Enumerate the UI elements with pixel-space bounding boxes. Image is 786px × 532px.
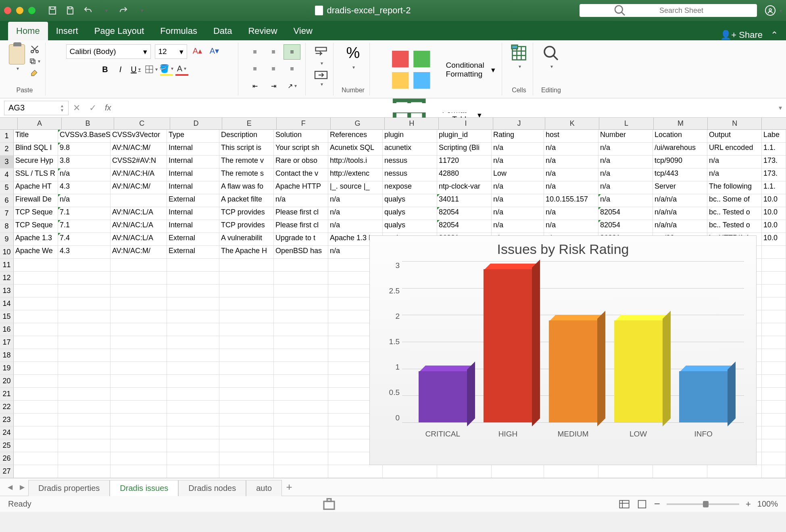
number-format-button[interactable]: % — [346, 44, 360, 71]
cell[interactable] — [110, 272, 167, 285]
cell[interactable] — [274, 452, 328, 465]
cell[interactable]: n/a — [58, 168, 110, 181]
cell[interactable] — [167, 388, 219, 401]
cell[interactable]: 10.0 — [762, 220, 786, 233]
cell[interactable] — [14, 414, 58, 426]
cell[interactable]: n/a — [598, 156, 653, 168]
cell[interactable]: n/a — [544, 168, 598, 181]
cell[interactable]: n/a/n/a — [653, 220, 707, 233]
cell[interactable]: Blind SQL I — [14, 143, 58, 156]
cell[interactable] — [110, 439, 167, 452]
cell[interactable]: n/a — [328, 220, 383, 233]
save-icon[interactable] — [48, 6, 57, 15]
cell[interactable]: Rare or obso — [274, 156, 328, 168]
cell[interactable]: n/a — [544, 143, 598, 156]
cell[interactable]: n/a — [544, 156, 598, 168]
cell[interactable] — [762, 362, 786, 375]
undo-dropdown[interactable] — [101, 6, 110, 15]
cancel-formula-button[interactable]: ✕ — [69, 103, 85, 113]
row-header-10[interactable]: 10 — [0, 246, 14, 259]
cell[interactable]: /ui/warehous — [653, 143, 707, 156]
row-header-21[interactable]: 21 — [0, 388, 14, 401]
cell[interactable]: Upgrade to t — [274, 233, 328, 246]
cell[interactable]: 9.8 — [58, 143, 110, 156]
cell[interactable]: 82054 — [437, 207, 492, 220]
cell[interactable]: Labe — [762, 130, 786, 143]
cell[interactable] — [274, 414, 328, 426]
cell[interactable]: TCP provides — [219, 207, 274, 220]
cell[interactable]: qualys — [383, 194, 437, 207]
cell[interactable]: n/a — [58, 194, 110, 207]
cell[interactable] — [14, 426, 58, 439]
format-painter-button[interactable] — [29, 69, 40, 78]
col-header-C[interactable]: C — [114, 118, 170, 129]
cell[interactable] — [219, 323, 274, 336]
align-left-button[interactable]: ≡ — [246, 61, 263, 77]
cell[interactable]: AV:N/AC:H/A — [110, 168, 167, 181]
cell[interactable] — [219, 414, 274, 426]
tab-home[interactable]: Home — [8, 22, 48, 40]
cell[interactable]: n/a — [707, 156, 762, 168]
conditional-formatting-button[interactable]: Conditional Formatting▾ — [378, 44, 497, 95]
maximize-window[interactable] — [28, 7, 35, 14]
cell[interactable] — [167, 362, 219, 375]
row-header-12[interactable]: 12 — [0, 272, 14, 285]
zoom-level[interactable]: 100% — [757, 499, 778, 509]
minimize-window[interactable] — [16, 7, 23, 14]
font-color-button[interactable]: A — [175, 63, 188, 76]
cell[interactable] — [14, 272, 58, 285]
cell[interactable]: nessus — [383, 168, 437, 181]
cell[interactable]: n/a — [328, 194, 383, 207]
cell[interactable]: 10.0 — [762, 233, 786, 246]
cell[interactable]: A flaw was fo — [219, 181, 274, 194]
merge-button[interactable] — [314, 70, 328, 87]
col-header-I[interactable]: I — [439, 118, 493, 129]
cell[interactable]: n/a — [492, 194, 544, 207]
search-sheet-box[interactable] — [580, 4, 757, 17]
cell[interactable]: n/a — [707, 168, 762, 181]
cell[interactable] — [492, 465, 544, 478]
cell[interactable] — [14, 259, 58, 272]
page-layout-view-button[interactable] — [636, 499, 648, 509]
cell[interactable]: 10.0 — [762, 194, 786, 207]
cell[interactable] — [167, 285, 219, 297]
copy-button[interactable] — [29, 56, 40, 66]
sheet-nav-prev[interactable]: ◀ — [4, 481, 16, 493]
expand-formula-bar[interactable]: ▾ — [779, 104, 782, 112]
cell[interactable]: 3.8 — [58, 156, 110, 168]
orientation-button[interactable]: ↗ — [284, 78, 300, 94]
cell[interactable] — [167, 375, 219, 388]
align-top-button[interactable]: ≡ — [246, 44, 263, 60]
cell[interactable] — [762, 388, 786, 401]
formula-input[interactable] — [115, 103, 779, 112]
cell[interactable] — [58, 401, 110, 414]
cell[interactable] — [219, 310, 274, 323]
font-name-select[interactable]: Calibri (Body)▾ — [66, 44, 151, 59]
cell[interactable] — [219, 439, 274, 452]
cell[interactable]: Apache We — [14, 246, 58, 259]
cell[interactable] — [110, 388, 167, 401]
cell[interactable]: n/a — [492, 156, 544, 168]
search-input[interactable] — [659, 6, 753, 15]
cell[interactable] — [14, 375, 58, 388]
cell[interactable] — [110, 362, 167, 375]
cell[interactable] — [58, 362, 110, 375]
cell[interactable] — [762, 414, 786, 426]
cell[interactable] — [274, 272, 328, 285]
cell[interactable] — [762, 401, 786, 414]
cell[interactable] — [762, 259, 786, 272]
row-header-2[interactable]: 2 — [0, 143, 14, 156]
cell[interactable]: plugin_id — [437, 130, 492, 143]
share-button[interactable]: 👤+ Share — [720, 30, 763, 40]
cell[interactable] — [219, 465, 274, 478]
cell[interactable] — [219, 452, 274, 465]
cell[interactable] — [437, 465, 492, 478]
cell[interactable] — [274, 285, 328, 297]
cell[interactable] — [219, 259, 274, 272]
user-account-icon[interactable] — [765, 5, 776, 16]
align-bottom-button[interactable]: ≡ — [284, 44, 300, 60]
enter-formula-button[interactable]: ✓ — [85, 103, 101, 113]
cell[interactable]: URL encoded — [707, 143, 762, 156]
cell[interactable] — [274, 323, 328, 336]
cell[interactable] — [219, 285, 274, 297]
